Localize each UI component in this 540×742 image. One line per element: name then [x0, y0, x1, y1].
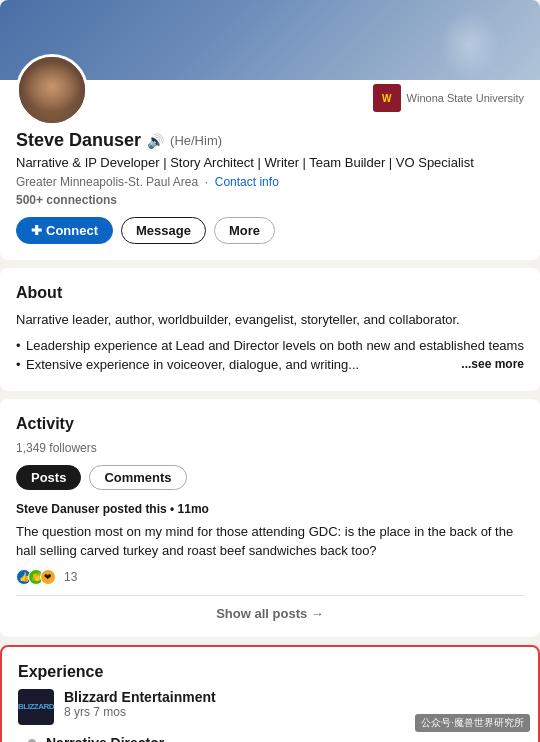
school-logo: W [373, 84, 401, 112]
connect-plus-icon: ✚ [31, 223, 42, 238]
about-bullet-2: Extensive experience in voiceover, dialo… [16, 355, 524, 375]
reaction-count: 13 [64, 570, 77, 584]
role-title: Narrative Director [46, 735, 522, 742]
role-item: Narrative Director Full-time Oct 2022 - … [18, 735, 522, 742]
activity-followers: 1,349 followers [16, 441, 524, 455]
company-info: Blizzard Entertainment 8 yrs 7 mos [64, 689, 522, 719]
activity-tabs: Posts Comments [16, 465, 524, 490]
experience-title: Experience [18, 663, 522, 681]
connect-button[interactable]: ✚ Connect [16, 217, 113, 244]
pronouns: (He/Him) [170, 133, 222, 148]
school-badge[interactable]: W Winona State University [373, 84, 524, 112]
about-card: About Narrative leader, author, worldbui… [0, 268, 540, 391]
tab-posts[interactable]: Posts [16, 465, 81, 490]
about-title: About [16, 284, 524, 302]
company-row: BLIZZARD Blizzard Entertainment 8 yrs 7 … [18, 689, 522, 725]
reactions-row: 👍 👏 ❤ 13 [16, 569, 524, 585]
message-button[interactable]: Message [121, 217, 206, 244]
name-row: Steve Danuser 🔊 (He/Him) [16, 130, 524, 151]
about-see-more[interactable]: ...see more [461, 355, 524, 373]
activity-title: Activity [16, 415, 524, 433]
reaction-icons: 👍 👏 ❤ [16, 569, 52, 585]
role-info: Narrative Director Full-time Oct 2022 - … [46, 735, 522, 742]
location-row: Greater Minneapolis-St. Paul Area · Cont… [16, 175, 524, 189]
profile-top-row: W Winona State University [16, 84, 524, 130]
profile-headline: Narrative & IP Developer | Story Archite… [16, 154, 524, 172]
activity-card: Activity 1,349 followers Posts Comments … [0, 399, 540, 637]
post-attribution: Steve Danuser posted this • 11mo [16, 502, 524, 516]
company-name: Blizzard Entertainment [64, 689, 522, 705]
blizzard-logo-text: BLIZZARD [18, 702, 54, 711]
profile-info-section: W Winona State University Steve Danuser … [0, 84, 540, 260]
about-summary: Narrative leader, author, worldbuilder, … [16, 310, 524, 330]
avatar [16, 54, 88, 126]
show-all-posts[interactable]: Show all posts → [16, 595, 524, 621]
post-text: The question most on my mind for those a… [16, 522, 524, 561]
speaker-icon: 🔊 [147, 133, 164, 149]
avatar-and-info [16, 84, 88, 130]
contact-info-link[interactable]: Contact info [215, 175, 279, 189]
tab-comments[interactable]: Comments [89, 465, 186, 490]
school-name: Winona State University [407, 92, 524, 104]
experience-card: Experience BLIZZARD Blizzard Entertainme… [0, 645, 540, 742]
avatar-wrapper [16, 54, 88, 126]
about-bullet-1: Leadership experience at Lead and Direct… [16, 336, 524, 356]
location-text: Greater Minneapolis-St. Paul Area [16, 175, 198, 189]
more-button[interactable]: More [214, 217, 275, 244]
profile-name: Steve Danuser [16, 130, 141, 151]
reaction-love: ❤ [40, 569, 56, 585]
blizzard-logo: BLIZZARD [18, 689, 54, 725]
profile-card: W Winona State University Steve Danuser … [0, 0, 540, 260]
connections-count: 500+ connections [16, 193, 524, 207]
company-duration: 8 yrs 7 mos [64, 705, 522, 719]
action-buttons: ✚ Connect Message More [16, 217, 524, 244]
